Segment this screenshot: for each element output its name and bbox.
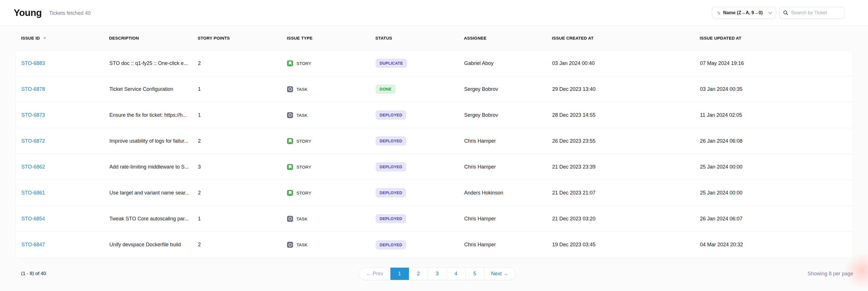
issue-id-link[interactable]: STO-6861: [21, 190, 110, 196]
issue-type-label: TASK: [297, 242, 308, 247]
column-header-status: STATUS: [375, 36, 464, 40]
description-cell: Add rate-limiting middleware to S...: [110, 164, 198, 170]
description-cell: Ticket Service Configuration: [110, 86, 198, 92]
updated-at-cell: 26 Jan 2024 06:08: [700, 138, 847, 144]
tickets-table: ISSUE ID ▼ DESCRIPTION STORY POINTS ISSU…: [0, 26, 868, 258]
issue-type-icon: [287, 216, 293, 222]
table-row: STO-6861 Use target and variant name sea…: [16, 180, 853, 206]
issue-type-cell: STORY: [287, 138, 376, 144]
result-range-text: (1 - 8) of 40: [21, 271, 118, 277]
prev-page-button[interactable]: ← Prev: [359, 268, 390, 280]
assignee-cell: Sergey Bobrov: [464, 112, 552, 118]
column-header-issue-id[interactable]: ISSUE ID ▼: [21, 36, 109, 40]
updated-at-cell: 25 Jan 2024 00:00: [700, 164, 847, 170]
table-row: STO-6878 Ticket Service Configuration 1 …: [16, 76, 853, 102]
table-card: STO-6883 STO doc :: q1-fy25 :: One-click…: [16, 50, 853, 258]
issue-id-link[interactable]: STO-6847: [21, 242, 110, 248]
description-cell: Use target and variant name sear...: [110, 190, 198, 196]
issue-type-icon: [287, 242, 293, 248]
issue-id-link[interactable]: STO-6862: [21, 164, 110, 170]
status-badge: DEPLOYED: [376, 214, 406, 223]
sort-arrows-icon: ↑↓: [717, 10, 720, 15]
search-icon: [783, 10, 788, 15]
updated-at-cell: 11 Jan 2024 02:05: [700, 112, 847, 118]
issue-type-label: STORY: [297, 61, 311, 66]
updated-at-cell: 25 Jan 2024 00:00: [700, 190, 847, 196]
issue-type-cell: STORY: [287, 190, 376, 196]
story-points-cell: 2: [198, 190, 287, 196]
issue-id-link[interactable]: STO-6873: [21, 112, 110, 118]
page-button-1[interactable]: 1: [390, 268, 409, 280]
story-points-cell: 2: [198, 242, 287, 248]
page-button-2[interactable]: 2: [409, 268, 428, 280]
story-points-cell: 1: [198, 216, 287, 222]
page-button-5[interactable]: 5: [465, 268, 484, 280]
created-at-cell: 03 Jan 2024 00:40: [552, 60, 700, 66]
assignee-cell: Gabriel Aboy: [464, 60, 552, 66]
issue-type-label: STORY: [297, 139, 311, 143]
table-header-row: ISSUE ID ▼ DESCRIPTION STORY POINTS ISSU…: [16, 26, 853, 50]
issue-type-icon: [287, 164, 293, 170]
sort-dropdown[interactable]: ↑↓ Name (Z→A, 9→0): [712, 7, 776, 19]
issue-type-label: TASK: [297, 87, 308, 92]
issue-type-cell: STORY: [287, 60, 376, 66]
issue-id-link[interactable]: STO-6878: [21, 86, 110, 92]
table-row: STO-6854 Tweak STO Core autoscaling par.…: [16, 206, 853, 232]
pagination: ← Prev 1 2 3 4 5 Next →: [359, 267, 515, 280]
story-points-cell: 1: [198, 86, 287, 92]
column-header-story-points: STORY POINTS: [198, 36, 287, 40]
story-points-cell: 2: [198, 60, 287, 66]
issue-id-link[interactable]: STO-6854: [21, 216, 110, 222]
issue-type-cell: TASK: [287, 242, 376, 248]
sort-dropdown-label: Name (Z→A, 9→0): [723, 10, 763, 15]
table-row: STO-6862 Add rate-limiting middleware to…: [16, 154, 853, 180]
issue-id-link[interactable]: STO-6872: [21, 138, 110, 144]
page-title: Young: [14, 7, 42, 18]
next-page-button[interactable]: Next →: [484, 268, 515, 280]
table-footer: (1 - 8) of 40 ← Prev 1 2 3 4 5 Next → Sh…: [0, 258, 868, 289]
column-header-assignee: ASSIGNEE: [464, 36, 552, 40]
assignee-cell: Chris Hamper: [464, 138, 552, 144]
status-badge: DEPLOYED: [376, 188, 406, 197]
issue-type-icon: [287, 190, 293, 196]
issue-type-icon: [287, 60, 293, 66]
table-row: STO-6873 Ensure the fix for ticket: http…: [16, 102, 853, 128]
topbar: Young Tickets fetched 40 ↑↓ Name (Z→A, 9…: [0, 0, 868, 26]
issue-type-label: STORY: [297, 165, 311, 169]
assignee-cell: Chris Hamper: [464, 216, 552, 222]
description-cell: STO doc :: q1-fy25 :: One-click e...: [110, 60, 198, 66]
created-at-cell: 21 Dec 2023 03:20: [552, 216, 700, 222]
table-row: STO-6883 STO doc :: q1-fy25 :: One-click…: [16, 51, 853, 76]
description-cell: Unify devspace Dockerfile build: [110, 242, 198, 248]
page-button-3[interactable]: 3: [428, 268, 446, 280]
issue-type-icon: [287, 112, 293, 118]
description-cell: Tweak STO Core autoscaling par...: [110, 216, 198, 222]
issue-id-link[interactable]: STO-6883: [21, 60, 110, 66]
column-header-description: DESCRIPTION: [109, 36, 198, 40]
chevron-down-icon: [768, 10, 772, 14]
story-points-cell: 3: [198, 164, 287, 170]
updated-at-cell: 26 Jan 2024 06:07: [700, 216, 847, 222]
assignee-cell: Chris Hamper: [464, 242, 552, 248]
created-at-cell: 21 Dec 2023 21:07: [552, 190, 700, 196]
issue-type-label: TASK: [297, 217, 308, 221]
description-cell: Ensure the fix for ticket: https://h...: [110, 112, 198, 118]
story-points-cell: 2: [198, 138, 287, 144]
status-badge: DUPLICATE: [376, 59, 407, 68]
sort-desc-icon: ▼: [43, 36, 46, 40]
issue-type-icon: [287, 86, 293, 92]
assignee-cell: Sergey Bobrov: [464, 86, 552, 92]
issue-type-label: STORY: [297, 191, 311, 195]
status-badge: DEPLOYED: [376, 240, 406, 250]
status-badge: DEPLOYED: [376, 136, 406, 146]
assignee-cell: Anders Hokinson: [464, 190, 552, 196]
updated-at-cell: 07 May 2024 19:16: [700, 60, 847, 66]
created-at-cell: 19 Dec 2023 03:45: [552, 242, 700, 248]
issue-type-cell: TASK: [287, 112, 376, 118]
issue-type-icon: [287, 138, 293, 144]
page-button-4[interactable]: 4: [446, 268, 465, 280]
column-header-issue-created-at: ISSUE CREATED AT: [552, 36, 700, 40]
search-box[interactable]: [779, 7, 844, 19]
issue-type-cell: STORY: [287, 164, 376, 170]
search-input[interactable]: [791, 10, 841, 15]
